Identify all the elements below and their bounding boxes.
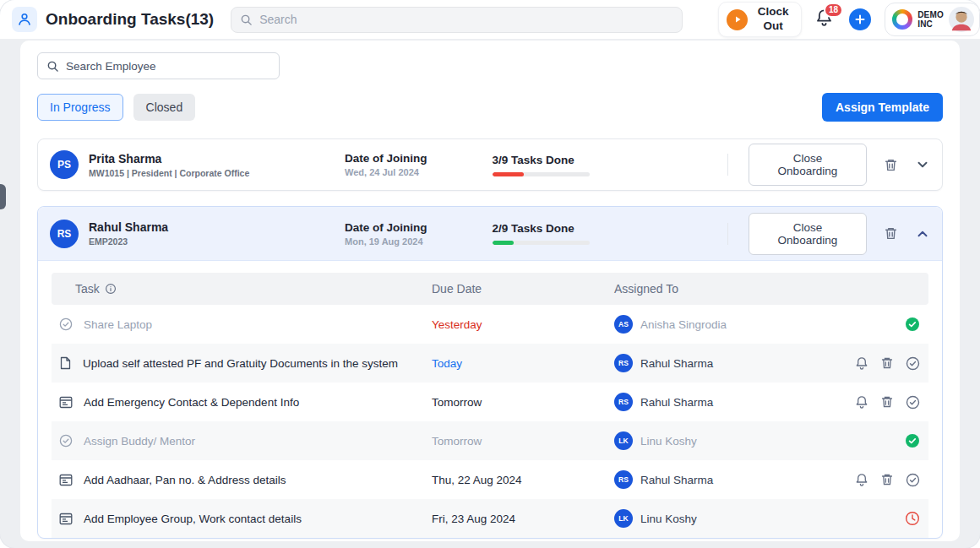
task-title: Add Employee Group, Work contact details bbox=[84, 513, 302, 525]
task-row[interactable]: Add Emergency Contact & Dependent Info T… bbox=[52, 383, 928, 421]
add-button[interactable] bbox=[849, 8, 871, 30]
search-icon bbox=[46, 60, 59, 73]
notification-badge: 18 bbox=[824, 3, 843, 18]
assignee-name: Linu Koshy bbox=[640, 435, 697, 448]
task-row[interactable]: Upload self attested PF and Gratuity Doc… bbox=[52, 344, 928, 383]
top-right-actions: Clock Out 18 DEMO INC bbox=[718, 2, 968, 37]
column-assigned-to: Assigned To bbox=[614, 282, 829, 296]
assignee-avatar: LK bbox=[614, 431, 633, 450]
date-of-joining: Date of Joining Mon, 19 Aug 2024 bbox=[345, 221, 493, 247]
global-search-input[interactable] bbox=[259, 13, 673, 26]
employee-avatar: RS bbox=[50, 220, 79, 248]
progress-bar bbox=[493, 172, 590, 176]
assignee-avatar: RS bbox=[614, 354, 633, 372]
employee-actions: Close Onboarding bbox=[749, 213, 930, 255]
company-switcher[interactable]: DEMO INC bbox=[885, 3, 980, 36]
employee-card-header: PS Prita Sharma MW1015 | President | Cor… bbox=[38, 139, 942, 190]
mark-done-icon[interactable] bbox=[906, 395, 920, 410]
search-icon bbox=[240, 14, 253, 26]
remind-bell-icon[interactable] bbox=[855, 395, 868, 410]
employee-name: Rahul Sharma bbox=[89, 220, 168, 234]
collapse-chevron-up-icon[interactable] bbox=[915, 226, 930, 241]
check-circle-icon bbox=[59, 434, 73, 448]
task-row[interactable]: Add Aadhaar, Pan no. & Address details T… bbox=[52, 460, 928, 499]
employee-card-header: RS Rahul Sharma EMP2023 Date of Joining … bbox=[38, 207, 942, 261]
due-date: Tomorrow bbox=[432, 396, 482, 409]
employee-card-prita: PS Prita Sharma MW1015 | President | Cor… bbox=[37, 138, 943, 191]
delete-task-icon[interactable] bbox=[880, 395, 894, 409]
close-onboarding-button[interactable]: Close Onboarding bbox=[749, 213, 867, 255]
employee-search-input[interactable] bbox=[66, 60, 270, 73]
assignee-avatar: RS bbox=[614, 470, 633, 489]
task-row[interactable]: Assign Buddy/ Mentor Tomorrow LK Linu Ko… bbox=[52, 421, 928, 460]
delete-task-icon[interactable] bbox=[880, 473, 894, 486]
assignee-name: Rahul Sharma bbox=[640, 396, 713, 409]
task-row[interactable]: Share Laptop Yesterday AS Anisha Singrod… bbox=[52, 305, 928, 344]
date-of-joining: Date of Joining Wed, 24 Jul 2024 bbox=[345, 152, 493, 177]
delete-onboarding-button[interactable] bbox=[884, 158, 898, 172]
tab-closed[interactable]: Closed bbox=[133, 94, 196, 121]
main-content: In Progress Closed Assign Template PS Pr… bbox=[20, 41, 960, 541]
company-logo-icon bbox=[892, 9, 912, 30]
mark-done-icon[interactable] bbox=[906, 473, 920, 487]
clock-play-icon bbox=[727, 9, 748, 30]
employee-identity: RS Rahul Sharma EMP2023 bbox=[50, 220, 345, 248]
progress-bar bbox=[493, 241, 590, 245]
company-name: DEMO INC bbox=[917, 10, 944, 30]
employee-actions: Close Onboarding bbox=[749, 144, 930, 186]
assign-template-button[interactable]: Assign Template bbox=[822, 93, 943, 122]
employee-card-rahul: RS Rahul Sharma EMP2023 Date of Joining … bbox=[37, 206, 943, 539]
task-title: Assign Buddy/ Mentor bbox=[84, 435, 195, 448]
form-icon bbox=[59, 474, 73, 486]
divider bbox=[727, 223, 728, 245]
due-date: Yesterday bbox=[432, 318, 482, 331]
document-icon bbox=[59, 356, 72, 370]
due-date: Thu, 22 Aug 2024 bbox=[432, 474, 522, 486]
mark-done-icon[interactable] bbox=[906, 356, 920, 371]
notifications-button[interactable]: 18 bbox=[815, 8, 836, 30]
sidebar-handle[interactable] bbox=[0, 184, 6, 209]
task-title: Share Laptop bbox=[84, 318, 152, 331]
page-title: Onboarding Tasks(13) bbox=[46, 10, 214, 29]
user-avatar bbox=[949, 7, 974, 32]
employee-meta: MW1015 | President | Corporate Office bbox=[89, 168, 249, 178]
app-logo-icon[interactable] bbox=[12, 7, 37, 32]
employee-meta: EMP2023 bbox=[89, 236, 168, 247]
due-date: Fri, 23 Aug 2024 bbox=[432, 513, 515, 525]
tab-in-progress[interactable]: In Progress bbox=[37, 94, 123, 121]
due-date: Today bbox=[432, 357, 462, 370]
top-bar: Onboarding Tasks(13) Clock Out 18 bbox=[0, 0, 980, 39]
check-circle-icon bbox=[59, 317, 73, 331]
form-icon bbox=[59, 513, 73, 525]
clock-out-button[interactable]: Clock Out bbox=[718, 2, 802, 37]
task-title: Add Emergency Contact & Dependent Info bbox=[84, 396, 299, 409]
form-icon bbox=[59, 396, 73, 409]
task-table: Task Due Date Assigned To Share Laptop bbox=[52, 273, 928, 538]
employee-search[interactable] bbox=[37, 52, 280, 79]
assignee-avatar: AS bbox=[614, 315, 633, 334]
assignee-avatar: RS bbox=[614, 393, 633, 411]
close-onboarding-button[interactable]: Close Onboarding bbox=[749, 144, 867, 186]
column-due-date: Due Date bbox=[432, 282, 614, 296]
clock-out-label: Clock Out bbox=[755, 5, 791, 34]
assignee-name: Rahul Sharma bbox=[640, 474, 713, 486]
global-search[interactable] bbox=[231, 7, 683, 33]
filter-row: In Progress Closed Assign Template bbox=[37, 93, 943, 122]
assignee-avatar: LK bbox=[614, 509, 633, 528]
column-task: Task bbox=[75, 282, 100, 296]
remind-bell-icon[interactable] bbox=[855, 356, 868, 371]
employee-identity: PS Prita Sharma MW1015 | President | Cor… bbox=[50, 150, 345, 179]
tasks-progress: 3/9 Tasks Done bbox=[493, 154, 727, 176]
task-title: Upload self attested PF and Gratuity Doc… bbox=[83, 357, 398, 370]
delete-task-icon[interactable] bbox=[880, 356, 894, 370]
assignee-name: Rahul Sharma bbox=[640, 357, 713, 370]
employee-name: Prita Sharma bbox=[89, 152, 249, 165]
delete-onboarding-button[interactable] bbox=[884, 226, 898, 241]
overdue-clock-icon bbox=[905, 511, 920, 526]
app-window: Onboarding Tasks(13) Clock Out 18 bbox=[0, 0, 980, 548]
info-icon[interactable] bbox=[105, 283, 117, 295]
employee-avatar: PS bbox=[50, 150, 79, 179]
remind-bell-icon[interactable] bbox=[855, 473, 868, 487]
expand-chevron-down-icon[interactable] bbox=[915, 157, 930, 172]
task-row[interactable]: Add Employee Group, Work contact details… bbox=[52, 499, 928, 538]
